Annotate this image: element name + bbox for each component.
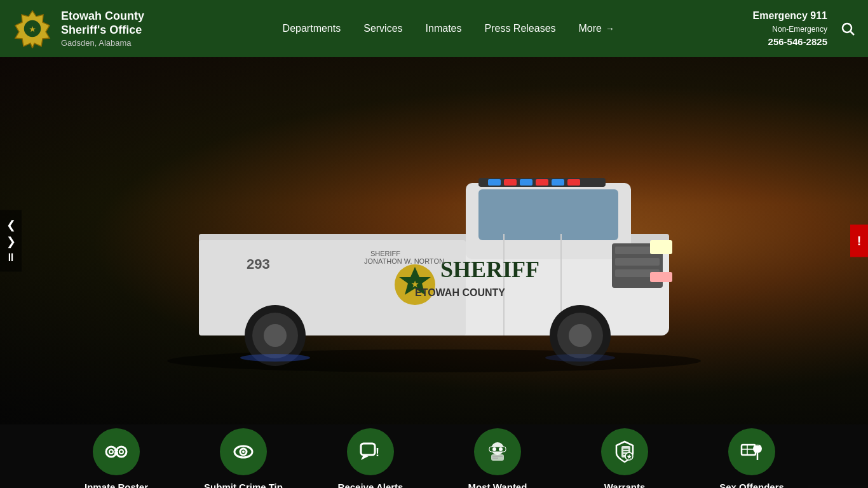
svg-point-70 xyxy=(753,444,762,453)
svg-text:SHERIFF: SHERIFF xyxy=(370,250,400,257)
nav-departments[interactable]: Departments xyxy=(271,0,353,57)
nav-press-releases[interactable]: Press Releases xyxy=(473,0,567,57)
header-right: Emergency 911 Non-Emergency 256-546-2825 xyxy=(753,8,855,50)
svg-line-4 xyxy=(851,32,855,36)
emergency-info: Emergency 911 Non-Emergency 256-546-2825 xyxy=(753,8,827,50)
svg-point-42 xyxy=(106,447,116,457)
svg-text:SHERIFF: SHERIFF xyxy=(440,257,539,282)
submit-crime-tip-label: Submit Crime Tip xyxy=(204,482,283,489)
map-pin-icon xyxy=(738,438,765,465)
svg-rect-9 xyxy=(478,189,618,240)
svg-point-5 xyxy=(167,349,701,372)
svg-text:!: ! xyxy=(376,446,379,459)
nav-inmates[interactable]: Inmates xyxy=(414,0,473,57)
pause-icon: ⏸ xyxy=(5,251,17,264)
svg-rect-19 xyxy=(567,179,580,186)
alert-tab[interactable]: ! xyxy=(850,225,868,257)
svg-point-41 xyxy=(545,354,615,362)
svg-rect-58 xyxy=(491,454,504,461)
sex-offenders-label: Sex Offenders xyxy=(719,482,784,489)
prev-icon: ❮ xyxy=(6,218,16,232)
svg-rect-55 xyxy=(489,447,506,452)
non-emergency-label: Non-Emergency xyxy=(753,24,827,35)
org-name: Etowah County xyxy=(61,10,144,24)
svg-point-56 xyxy=(492,447,496,451)
quick-link-warrants[interactable]: ★ Warrants xyxy=(561,428,688,489)
svg-point-28 xyxy=(264,324,287,347)
svg-text:ETOWAH COUNTY: ETOWAH COUNTY xyxy=(415,287,505,298)
svg-text:293: 293 xyxy=(247,256,270,272)
quick-links-bar: Inmate Roster Submit Crime Tip ! Receive… xyxy=(0,424,868,488)
nav-services[interactable]: Services xyxy=(352,0,414,57)
svg-rect-16 xyxy=(520,179,532,186)
inmate-roster-label: Inmate Roster xyxy=(85,482,148,489)
slideshow-prev-button[interactable]: ❮ ❯ ⏸ xyxy=(0,210,22,272)
alert-chat-icon: ! xyxy=(357,438,384,465)
more-arrow-icon: → xyxy=(606,24,614,34)
nav-more[interactable]: More → xyxy=(567,0,626,57)
sheriff-truck-image: ★ SHERIFF ETOWAH COUNTY SHERIFF JONATHON… xyxy=(148,132,720,374)
svg-rect-24 xyxy=(650,240,672,254)
quick-link-receive-alerts[interactable]: ! Receive Alerts xyxy=(307,428,434,489)
quick-link-sex-offenders[interactable]: Sex Offenders xyxy=(688,428,815,489)
svg-text:★: ★ xyxy=(627,454,632,460)
svg-rect-22 xyxy=(615,258,660,266)
svg-point-45 xyxy=(119,450,123,454)
handcuffs-icon xyxy=(103,438,130,465)
receive-alerts-label: Receive Alerts xyxy=(338,482,403,489)
bandit-icon xyxy=(484,438,511,465)
most-wanted-icon-circle xyxy=(474,428,521,475)
sex-offenders-icon-circle xyxy=(728,428,775,475)
most-wanted-label: Most Wanted xyxy=(468,482,527,489)
quick-link-most-wanted[interactable]: Most Wanted xyxy=(434,428,561,489)
warrants-icon-circle: ★ xyxy=(601,428,648,475)
eye-icon xyxy=(230,438,257,465)
svg-point-50 xyxy=(242,451,245,453)
org-location: Gadsden, Alabama xyxy=(61,38,144,48)
svg-point-3 xyxy=(843,24,851,32)
org-sub: Sheriff's Office xyxy=(61,24,144,37)
svg-rect-18 xyxy=(552,179,564,186)
svg-text:JONATHON W. NORTON: JONATHON W. NORTON xyxy=(364,257,444,265)
header-title-block: Etowah County Sheriff's Office Gadsden, … xyxy=(61,10,144,48)
svg-rect-15 xyxy=(504,179,517,186)
submit-crime-tip-icon-circle xyxy=(220,428,267,475)
svg-point-57 xyxy=(499,447,503,451)
svg-rect-14 xyxy=(488,179,501,186)
site-header: ★ Etowah County Sheriff's Office Gadsden… xyxy=(0,0,868,57)
non-emergency-number: 256-546-2825 xyxy=(753,35,827,50)
emergency-number: Emergency 911 xyxy=(753,8,827,24)
hero-section: ★ SHERIFF ETOWAH COUNTY SHERIFF JONATHON… xyxy=(0,57,868,424)
main-nav: Departments Services Inmates Press Relea… xyxy=(271,0,626,57)
receive-alerts-icon-circle: ! xyxy=(347,428,394,475)
search-button[interactable] xyxy=(840,21,855,36)
header-brand: ★ Etowah County Sheriff's Office Gadsden… xyxy=(13,9,144,48)
svg-point-40 xyxy=(240,354,310,362)
svg-point-44 xyxy=(109,450,113,454)
quick-link-inmate-roster[interactable]: Inmate Roster xyxy=(53,428,180,489)
inmate-roster-icon-circle xyxy=(93,428,140,475)
sheriff-badge-icon: ★ xyxy=(13,9,52,48)
svg-point-31 xyxy=(569,324,592,347)
svg-rect-51 xyxy=(361,444,375,455)
warrants-label: Warrants xyxy=(604,482,645,489)
svg-rect-25 xyxy=(650,272,672,282)
next-arrow: ❯ xyxy=(6,234,16,248)
svg-text:★: ★ xyxy=(29,25,36,33)
svg-point-43 xyxy=(116,447,126,457)
shield-doc-icon: ★ xyxy=(611,438,638,465)
quick-link-submit-crime-tip[interactable]: Submit Crime Tip xyxy=(180,428,307,489)
svg-rect-17 xyxy=(536,179,548,186)
